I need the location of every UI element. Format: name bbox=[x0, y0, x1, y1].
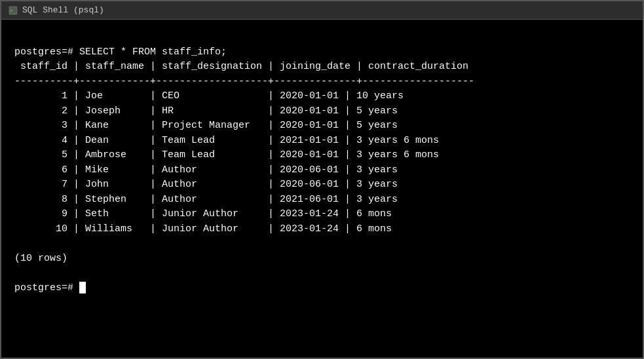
svg-text:>_: >_ bbox=[10, 8, 16, 14]
sql-shell-window: >_ SQL Shell (psql) postgres=# SELECT * … bbox=[0, 0, 644, 359]
terminal-body[interactable]: postgres=# SELECT * FROM staff_info; sta… bbox=[1, 20, 643, 358]
cursor bbox=[79, 282, 86, 293]
shell-icon: >_ bbox=[8, 5, 18, 16]
column-header: staff_id | staff_name | staff_designatio… bbox=[14, 61, 468, 72]
table-rows: 1 | Joe | CEO | 2020-01-01 | 10 years 2 … bbox=[14, 90, 439, 235]
row-count: (10 rows) bbox=[14, 253, 67, 264]
title-bar: >_ SQL Shell (psql) bbox=[1, 1, 643, 20]
column-separator: ----------+------------+----------------… bbox=[14, 76, 474, 87]
window-title: SQL Shell (psql) bbox=[22, 5, 104, 15]
sql-command: postgres=# SELECT * FROM staff_info; bbox=[14, 47, 227, 58]
final-prompt: postgres=# bbox=[14, 282, 79, 293]
